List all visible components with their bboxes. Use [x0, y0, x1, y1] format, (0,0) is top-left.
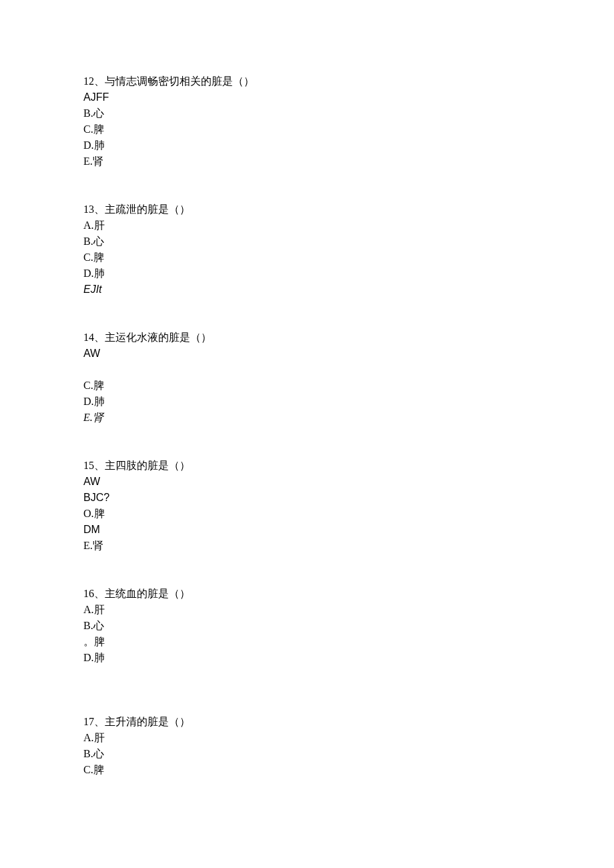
option-a: A.肝	[83, 730, 531, 746]
option-b: B.心	[83, 105, 531, 121]
question-13: 13、主疏泄的脏是（） A.肝 B.心 C.脾 D.肺 EJIt	[83, 201, 531, 298]
question-16: 16、主统血的脏是（） A.肝 B.心 。脾 D.肺	[83, 586, 531, 666]
option-c: O.脾	[83, 506, 531, 522]
option-c: C.脾	[83, 121, 531, 137]
option-b: B.心	[83, 618, 531, 634]
option-b: B.心	[83, 746, 531, 762]
question-stem: 12、与情志调畅密切相关的脏是（）	[83, 73, 531, 89]
option-c: C.脾	[83, 250, 531, 266]
option-b-blank	[83, 362, 531, 378]
question-15: 15、主四肢的脏是（） AW BJC? O.脾 DM E.肾	[83, 458, 531, 554]
question-stem: 15、主四肢的脏是（）	[83, 458, 531, 474]
option-c: C.脾	[83, 378, 531, 394]
question-stem: 16、主统血的脏是（）	[83, 586, 531, 602]
question-stem: 13、主疏泄的脏是（）	[83, 201, 531, 218]
option-e: E.肾	[83, 153, 531, 169]
question-stem: 14、主运化水液的脏是（）	[83, 330, 531, 346]
document-page: 12、与情志调畅密切相关的脏是（） AJFF B.心 C.脾 D.肺 E.肾 1…	[0, 0, 614, 868]
option-d: D.肺	[83, 394, 531, 410]
question-17: 17、主升清的脏是（） A.肝 B.心 C.脾	[83, 714, 531, 778]
option-c: C.脾	[83, 762, 531, 778]
question-12: 12、与情志调畅密切相关的脏是（） AJFF B.心 C.脾 D.肺 E.肾	[83, 73, 531, 169]
option-a: AW	[83, 474, 531, 490]
question-14: 14、主运化水液的脏是（） AW C.脾 D.肺 E.肾	[83, 330, 531, 426]
option-e: EJIt	[83, 282, 531, 298]
option-b: BJC?	[83, 490, 531, 506]
option-c: 。脾	[83, 634, 531, 650]
option-b: B.心	[83, 234, 531, 250]
option-a: A.肝	[83, 218, 531, 234]
option-d: DM	[83, 522, 531, 538]
question-stem: 17、主升清的脏是（）	[83, 714, 531, 730]
option-e: E.肾	[83, 410, 531, 426]
option-a: A.肝	[83, 602, 531, 618]
option-a: AJFF	[83, 89, 531, 105]
option-a: AW	[83, 346, 531, 362]
option-d: D.肺	[83, 266, 531, 282]
option-d: D.肺	[83, 650, 531, 666]
option-e: E.肾	[83, 538, 531, 554]
option-d: D.肺	[83, 137, 531, 153]
